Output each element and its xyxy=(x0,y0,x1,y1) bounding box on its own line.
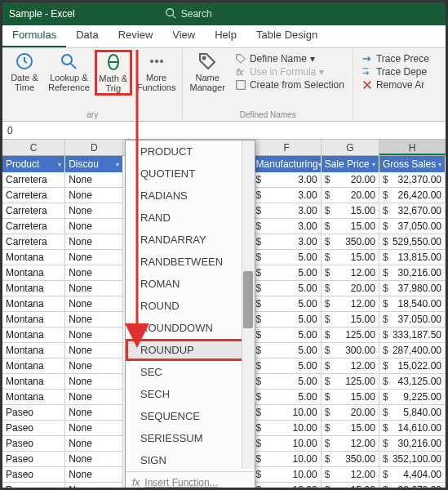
cell-product[interactable]: Carretera xyxy=(2,203,65,219)
cell-sale-price[interactable]: 15.00 xyxy=(322,203,379,219)
cell-product[interactable]: Carretera xyxy=(2,234,65,250)
cell-product[interactable]: Carretera xyxy=(2,172,65,188)
dropdown-item-randbetween[interactable]: RANDBETWEEN xyxy=(126,251,255,273)
cell-product[interactable]: Montana xyxy=(2,281,65,296)
cell-product[interactable]: Paseo xyxy=(2,483,65,490)
cell-discount[interactable]: None xyxy=(65,405,123,421)
cell-gross-sales[interactable]: 43,125.00 xyxy=(379,374,446,390)
dropdown-item-radians[interactable]: RADIANS xyxy=(126,185,255,207)
cell-discount[interactable]: None xyxy=(65,203,123,219)
math-trig-button[interactable]: Math & Trig xyxy=(95,50,132,96)
cell-manufacturing[interactable]: 5.00 xyxy=(253,265,322,281)
cell-discount[interactable]: None xyxy=(65,312,123,327)
cell-sale-price[interactable]: 15.00 xyxy=(322,312,379,327)
cell-manufacturing[interactable]: 3.00 xyxy=(253,219,322,234)
cell-gross-sales[interactable]: 30,216.00 xyxy=(379,436,446,452)
cell-manufacturing[interactable]: 10.00 xyxy=(253,421,322,436)
date-time-button[interactable]: Date & Time xyxy=(6,50,43,96)
tab-table-design[interactable]: Table Design xyxy=(246,25,327,47)
dropdown-item-rand[interactable]: RAND xyxy=(126,207,255,229)
cell-discount[interactable]: None xyxy=(65,296,123,312)
define-name-button[interactable]: Define Name▾ xyxy=(235,53,344,65)
cell-gross-sales[interactable]: 9,225.00 xyxy=(379,390,446,405)
cell-sale-price[interactable]: 20.00 xyxy=(322,172,379,188)
cell-product[interactable]: Montana xyxy=(2,312,65,327)
cell-product[interactable]: Montana xyxy=(2,265,65,281)
cell-manufacturing[interactable]: 10.00 xyxy=(253,436,322,452)
dropdown-scrollbar[interactable] xyxy=(242,140,255,469)
cell-sale-price[interactable]: 12.00 xyxy=(322,359,379,374)
cell-gross-sales[interactable]: 352,100.00 xyxy=(379,452,446,467)
cell-manufacturing[interactable]: 5.00 xyxy=(253,250,322,265)
cell-discount[interactable]: None xyxy=(65,452,123,467)
cell-discount[interactable]: None xyxy=(65,234,123,250)
cell-discount[interactable]: None xyxy=(65,483,123,490)
cell-manufacturing[interactable]: 5.00 xyxy=(253,312,322,327)
cell-gross-sales[interactable]: 14,610.00 xyxy=(379,421,446,436)
cell-sale-price[interactable]: 20.00 xyxy=(322,281,379,296)
cell-discount[interactable]: None xyxy=(65,359,123,374)
th-sale-price[interactable]: Sale Price xyxy=(322,156,379,172)
cell-manufacturing[interactable]: 5.00 xyxy=(253,343,322,359)
th-discount[interactable]: Discou xyxy=(65,156,123,172)
cell-gross-sales[interactable]: 32,670.00 xyxy=(379,203,446,219)
dropdown-item-sec[interactable]: SEC xyxy=(126,361,255,383)
cell-gross-sales[interactable]: 287,400.00 xyxy=(379,343,446,359)
cell-gross-sales[interactable]: 5,840.00 xyxy=(379,405,446,421)
dropdown-item-sech[interactable]: SECH xyxy=(126,383,255,405)
cell-discount[interactable]: None xyxy=(65,172,123,188)
cell-gross-sales[interactable]: 333,187.50 xyxy=(379,327,446,343)
cell-sale-price[interactable]: 15.00 xyxy=(322,250,379,265)
tab-formulas[interactable]: Formulas xyxy=(2,25,66,47)
cell-discount[interactable]: None xyxy=(65,265,123,281)
cell-product[interactable]: Paseo xyxy=(2,467,65,483)
cell-discount[interactable]: None xyxy=(65,374,123,390)
col-header-f[interactable]: F xyxy=(253,140,322,155)
cell-manufacturing[interactable]: 5.00 xyxy=(253,281,322,296)
cell-sale-price[interactable]: 15.00 xyxy=(322,219,379,234)
cell-discount[interactable]: None xyxy=(65,436,123,452)
dropdown-item-rounddown[interactable]: ROUNDDOWN xyxy=(126,317,255,339)
scrollbar-thumb[interactable] xyxy=(243,271,253,328)
cell-manufacturing[interactable]: 3.00 xyxy=(253,203,322,219)
lookup-reference-button[interactable]: Lookup & Reference xyxy=(45,50,93,96)
th-product[interactable]: Product xyxy=(2,156,65,172)
cell-sale-price[interactable]: 12.00 xyxy=(322,265,379,281)
cell-gross-sales[interactable]: 13,815.00 xyxy=(379,250,446,265)
cell-product[interactable]: Montana xyxy=(2,390,65,405)
cell-sale-price[interactable]: 125.00 xyxy=(322,327,379,343)
dropdown-item-seriessum[interactable]: SERIESSUM xyxy=(126,427,255,449)
remove-arrows-button[interactable]: Remove Ar xyxy=(362,79,429,91)
cell-manufacturing[interactable]: 10.00 xyxy=(253,452,322,467)
cell-sale-price[interactable]: 350.00 xyxy=(322,234,379,250)
cell-discount[interactable]: None xyxy=(65,390,123,405)
cell-product[interactable]: Carretera xyxy=(2,188,65,203)
more-functions-button[interactable]: More Functions xyxy=(134,50,180,96)
cell-manufacturing[interactable]: 5.00 xyxy=(253,296,322,312)
cell-manufacturing[interactable]: 5.00 xyxy=(253,390,322,405)
th-manufacturing[interactable]: Manufacturing xyxy=(253,156,322,172)
cell-sale-price[interactable]: 15.00 xyxy=(322,390,379,405)
cell-product[interactable]: Montana xyxy=(2,374,65,390)
cell-gross-sales[interactable]: 4,404.00 xyxy=(379,467,446,483)
col-header-c[interactable]: C xyxy=(2,140,65,155)
cell-gross-sales[interactable]: 32,370.00 xyxy=(379,172,446,188)
cell-manufacturing[interactable]: 10.00 xyxy=(253,467,322,483)
cell-sale-price[interactable]: 12.00 xyxy=(322,296,379,312)
cell-discount[interactable]: None xyxy=(65,219,123,234)
cell-product[interactable]: Montana xyxy=(2,327,65,343)
cell-product[interactable]: Montana xyxy=(2,359,65,374)
cell-gross-sales[interactable]: 18,540.00 xyxy=(379,296,446,312)
cell-gross-sales[interactable]: 37,050.00 xyxy=(379,312,446,327)
use-in-formula-button[interactable]: fxUse in Formula▾ xyxy=(235,66,344,78)
formula-input[interactable]: 0 xyxy=(2,125,446,136)
cell-gross-sales[interactable]: 32,670.00 xyxy=(379,483,446,490)
cell-product[interactable]: Paseo xyxy=(2,421,65,436)
dropdown-item-quotient[interactable]: QUOTIENT xyxy=(126,163,255,185)
cell-gross-sales[interactable]: 30,216.00 xyxy=(379,265,446,281)
cell-sale-price[interactable]: 12.00 xyxy=(322,436,379,452)
cell-gross-sales[interactable]: 37,050.00 xyxy=(379,219,446,234)
cell-sale-price[interactable]: 20.00 xyxy=(322,188,379,203)
cell-sale-price[interactable]: 350.00 xyxy=(322,452,379,467)
dropdown-item-sign[interactable]: SIGN xyxy=(126,449,255,471)
